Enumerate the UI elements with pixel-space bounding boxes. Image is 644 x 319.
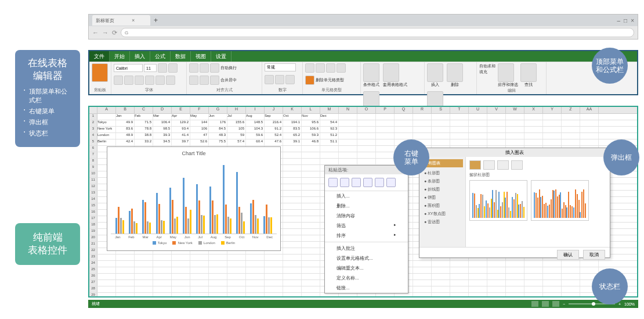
row-header[interactable]: 26 (89, 274, 97, 279)
cell[interactable] (543, 293, 562, 298)
cell[interactable] (283, 242, 302, 248)
cell[interactable] (116, 280, 135, 286)
ribbon-tab[interactable]: 数据 (171, 51, 191, 62)
col-header[interactable]: I (246, 107, 265, 113)
cell[interactable] (487, 274, 506, 279)
col-header[interactable]: B (116, 107, 135, 113)
cell[interactable] (339, 127, 357, 132)
row-header[interactable]: 21 (89, 242, 97, 248)
cell[interactable] (376, 120, 395, 126)
cell[interactable] (487, 127, 506, 132)
dialog-cancel-button[interactable]: 取消 (583, 250, 605, 260)
col-header[interactable]: C (135, 107, 153, 113)
cell[interactable]: Berlin (97, 139, 116, 145)
cell[interactable] (190, 255, 209, 260)
ctx-menu-item[interactable]: 设置单元格格式... (325, 253, 408, 263)
cell[interactable] (172, 261, 190, 267)
col-header[interactable]: K (283, 107, 302, 113)
ribbon-tab[interactable]: 文件 (89, 51, 110, 62)
col-header[interactable]: O (357, 107, 376, 113)
cell[interactable] (450, 114, 469, 120)
cell[interactable] (543, 286, 562, 292)
dialog-side-item[interactable]: ● 饼图 (422, 193, 463, 202)
cell[interactable] (153, 267, 172, 273)
cell[interactable] (487, 139, 506, 145)
cell[interactable] (543, 274, 562, 279)
paste-option-icon[interactable] (363, 178, 372, 187)
row-header[interactable]: 20 (89, 235, 97, 241)
cell[interactable] (376, 152, 395, 158)
row-header[interactable]: 1 (89, 114, 97, 120)
cell[interactable] (562, 267, 580, 273)
col-header[interactable]: G (209, 107, 227, 113)
win-max-icon[interactable]: □ (624, 17, 627, 24)
cell[interactable]: Apr (172, 114, 190, 120)
cell[interactable]: 105 (227, 127, 246, 132)
cell[interactable] (135, 267, 153, 273)
cell[interactable] (116, 293, 135, 298)
ctx-menu-item[interactable]: 链接... (325, 283, 408, 293)
border-icon[interactable] (145, 76, 154, 85)
cell[interactable] (135, 280, 153, 286)
cell[interactable] (580, 267, 599, 273)
cell[interactable]: 104.3 (246, 127, 265, 132)
cell[interactable] (413, 127, 432, 132)
cell[interactable]: 78.8 (135, 127, 153, 132)
paste-option-icon[interactable] (386, 178, 396, 187)
cell[interactable]: Aug (246, 114, 265, 120)
col-header[interactable]: N (339, 107, 357, 113)
cell[interactable] (562, 120, 580, 126)
cell[interactable] (543, 139, 562, 145)
cell[interactable]: 95.6 (302, 120, 320, 126)
cell[interactable] (580, 139, 599, 145)
row-header[interactable]: 29 (89, 293, 97, 298)
cell[interactable] (506, 280, 524, 286)
cell[interactable] (283, 178, 302, 184)
cell[interactable] (302, 159, 320, 164)
cell[interactable] (209, 280, 227, 286)
cell[interactable] (209, 286, 227, 292)
cell[interactable] (487, 114, 506, 120)
cell[interactable]: 48.9 (116, 133, 135, 139)
percent-icon[interactable] (275, 75, 284, 84)
row-header[interactable]: 12 (89, 184, 97, 190)
cell[interactable] (562, 127, 580, 132)
col-header[interactable]: Z (562, 107, 580, 113)
cell[interactable]: 52.4 (265, 133, 283, 139)
row-header[interactable]: 10 (89, 171, 97, 177)
cell[interactable]: 49.9 (116, 120, 135, 126)
cell[interactable]: 39.7 (172, 139, 190, 145)
row-header[interactable]: 17 (89, 216, 97, 222)
cell[interactable] (524, 133, 543, 139)
cell[interactable] (543, 280, 562, 286)
cell[interactable] (227, 286, 246, 292)
cell[interactable] (469, 274, 487, 279)
view-break-icon[interactable] (552, 301, 559, 307)
cell[interactable] (227, 293, 246, 298)
sort-filter-button[interactable] (498, 63, 514, 82)
cell[interactable]: 47 (190, 133, 209, 139)
cell[interactable] (302, 171, 320, 177)
cell[interactable] (135, 261, 153, 267)
cell[interactable]: Feb (135, 114, 153, 120)
cell[interactable]: Sep (265, 114, 283, 120)
cell[interactable] (376, 114, 395, 120)
cell[interactable] (97, 114, 116, 120)
cell[interactable] (283, 152, 302, 158)
row-header[interactable]: 19 (89, 229, 97, 235)
cell[interactable] (116, 261, 135, 267)
delete-cell-button[interactable] (447, 63, 463, 82)
col-header[interactable]: Y (543, 107, 562, 113)
cell[interactable] (283, 165, 302, 171)
cell[interactable] (246, 274, 265, 279)
cond-format-button[interactable] (363, 63, 379, 82)
cell[interactable] (506, 293, 524, 298)
cell[interactable]: 176 (209, 120, 227, 126)
tab-add-icon[interactable]: + (154, 16, 158, 24)
cell[interactable] (487, 133, 506, 139)
cell[interactable] (97, 280, 116, 286)
cell[interactable] (524, 267, 543, 273)
cell[interactable] (376, 146, 395, 152)
cell[interactable] (562, 139, 580, 145)
cell[interactable] (469, 280, 487, 286)
